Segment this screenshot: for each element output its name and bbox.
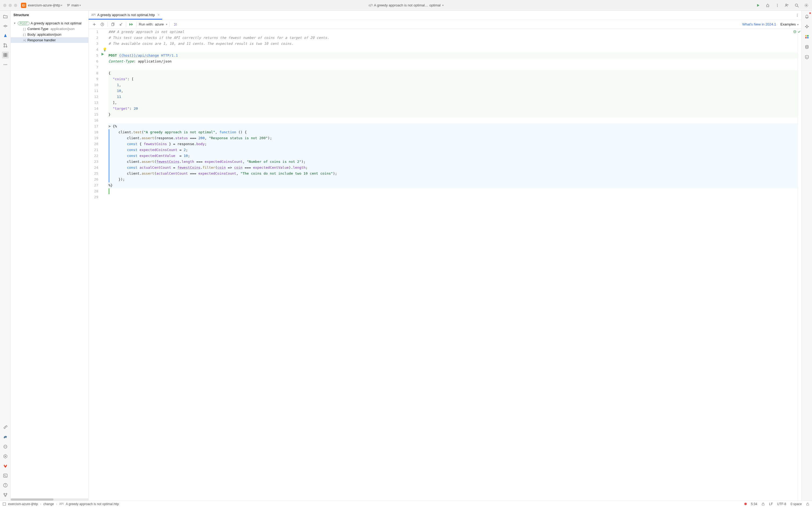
bell-icon bbox=[805, 14, 809, 18]
lock-icon[interactable] bbox=[762, 502, 765, 506]
svg-rect-32 bbox=[112, 23, 114, 26]
azure-tool-button[interactable] bbox=[2, 32, 9, 39]
settings-button[interactable] bbox=[804, 3, 809, 8]
more-button[interactable] bbox=[775, 3, 780, 8]
plugins-button[interactable] bbox=[803, 33, 810, 40]
pull-requests-tool-button[interactable] bbox=[2, 42, 9, 49]
history-button[interactable] bbox=[99, 21, 105, 27]
code-editor[interactable]: 1234567891011121314151617181920212223242… bbox=[89, 29, 801, 501]
readonly-icon[interactable] bbox=[806, 502, 809, 506]
structure-title: Structure bbox=[11, 11, 88, 19]
chevron-down-icon[interactable]: ▾ bbox=[61, 4, 62, 7]
editor-area: API A greedy approach is not optimal.htt… bbox=[89, 11, 801, 501]
add-request-button[interactable] bbox=[91, 21, 97, 27]
left-tool-rail bbox=[0, 11, 11, 501]
statusbar: exercism-azure-ijhttp › change › API A g… bbox=[0, 501, 812, 507]
close-icon[interactable]: × bbox=[158, 13, 160, 17]
chevron-down-icon: ▾ bbox=[80, 4, 81, 7]
chevron-down-icon: ▾ bbox=[442, 4, 444, 7]
vcs-branch[interactable]: main ▾ bbox=[66, 3, 81, 7]
tree-item-label: Content-Type bbox=[28, 27, 48, 31]
svg-point-1 bbox=[777, 4, 778, 4]
gear-icon bbox=[804, 3, 809, 7]
ellipsis-icon bbox=[3, 62, 7, 67]
gitlab-icon bbox=[3, 463, 8, 468]
run-button[interactable] bbox=[756, 3, 760, 8]
svg-point-21 bbox=[6, 446, 6, 447]
line-separator[interactable]: LF bbox=[769, 502, 773, 506]
svg-point-26 bbox=[6, 493, 7, 494]
brackets-icon: [ ] bbox=[22, 27, 26, 31]
copy-button[interactable] bbox=[110, 21, 116, 27]
run-all-button[interactable] bbox=[129, 21, 134, 27]
tab-active[interactable]: API A greedy approach is not optimal.htt… bbox=[89, 11, 162, 19]
commit-tool-button[interactable] bbox=[2, 22, 9, 30]
services-tool-button[interactable] bbox=[2, 453, 9, 460]
sync-env-button[interactable] bbox=[172, 21, 178, 27]
search-icon bbox=[795, 3, 799, 7]
gradle-tool-button[interactable] bbox=[2, 434, 9, 441]
notifications-button[interactable] bbox=[803, 13, 810, 20]
plus-icon bbox=[92, 22, 96, 26]
import-button[interactable] bbox=[118, 21, 124, 27]
run-with-selector[interactable]: Run with: azure ▾ bbox=[139, 22, 167, 26]
azure-icon bbox=[3, 33, 8, 38]
project-name[interactable]: exercism-azure-ijhttp bbox=[28, 3, 60, 7]
run-target-selector[interactable]: A͟PI A greedy approach is not optimal… o… bbox=[368, 3, 444, 7]
tab-kebab-button[interactable] bbox=[795, 13, 799, 17]
marker-rail[interactable] bbox=[798, 29, 801, 501]
whats-new-link[interactable]: What's New in 2024.1 bbox=[742, 22, 776, 26]
minimize-dot[interactable] bbox=[9, 4, 12, 7]
tree-item-body[interactable]: { } Body: application/json bbox=[11, 32, 88, 37]
search-button[interactable] bbox=[794, 3, 799, 8]
svg-point-24 bbox=[5, 486, 6, 487]
run-env: azure bbox=[155, 22, 164, 26]
debug-button[interactable] bbox=[765, 3, 770, 8]
svg-rect-12 bbox=[6, 53, 7, 55]
terminal-tool-button[interactable] bbox=[2, 472, 9, 479]
problems-tool-button[interactable] bbox=[2, 482, 9, 489]
svg-point-3 bbox=[777, 6, 778, 7]
svg-point-6 bbox=[806, 5, 807, 6]
indent-setting[interactable]: 0 space bbox=[791, 502, 802, 506]
more-tools-button[interactable] bbox=[2, 61, 9, 68]
code-body[interactable]: ### A greedy approach is not optimal# Th… bbox=[107, 29, 798, 501]
svg-point-38 bbox=[806, 45, 808, 46]
line-number-gutter: 1234567891011121314151617181920212223242… bbox=[89, 29, 101, 501]
vcs-tool-button[interactable] bbox=[2, 492, 9, 498]
zoom-dot[interactable] bbox=[14, 4, 17, 7]
build-tool-button[interactable] bbox=[2, 424, 9, 431]
gitlab-tool-button[interactable] bbox=[2, 462, 9, 469]
svg-point-7 bbox=[5, 25, 6, 27]
database-button[interactable] bbox=[803, 44, 810, 50]
svg-rect-14 bbox=[6, 55, 7, 57]
tree-item-response-handler[interactable]: >| Response handler bbox=[11, 37, 88, 43]
handler-icon: >| bbox=[22, 38, 26, 42]
examples-dropdown[interactable]: Examples ▾ bbox=[780, 22, 799, 26]
dependencies-tool-button[interactable] bbox=[2, 443, 9, 450]
api-icon: API bbox=[91, 13, 96, 16]
crumb-project[interactable]: exercism-azure-ijhttp bbox=[8, 502, 38, 506]
tree-item-content-type[interactable]: [ ] Content-Type application/json bbox=[11, 26, 88, 32]
svg-point-8 bbox=[4, 44, 5, 45]
file-encoding[interactable]: UTF-8 bbox=[777, 502, 786, 506]
close-dot[interactable] bbox=[3, 4, 6, 7]
window-controls bbox=[3, 4, 17, 7]
code-with-me-button[interactable] bbox=[784, 3, 790, 8]
svg-point-17 bbox=[6, 64, 7, 65]
crumb-file[interactable]: A greedy approach is not optimal.http bbox=[66, 502, 119, 506]
crumb-folder[interactable]: change bbox=[43, 502, 54, 506]
svg-point-9 bbox=[4, 46, 5, 47]
structure-h-scroll[interactable] bbox=[11, 498, 88, 501]
recording-indicator[interactable] bbox=[744, 503, 747, 505]
svg-point-29 bbox=[797, 15, 798, 15]
tree-root[interactable]: ▾ POST A greedy approach is not optimal bbox=[11, 20, 88, 26]
structure-tree: ▾ POST A greedy approach is not optimal … bbox=[11, 19, 88, 44]
structure-tool-button[interactable] bbox=[2, 52, 9, 58]
plugin-icon bbox=[805, 34, 809, 39]
coverage-button[interactable]: D bbox=[803, 54, 810, 61]
ai-assistant-button[interactable] bbox=[803, 23, 810, 30]
project-tool-button[interactable] bbox=[2, 13, 9, 20]
svg-rect-42 bbox=[807, 504, 809, 505]
caret-position[interactable]: 5:34 bbox=[751, 502, 757, 506]
